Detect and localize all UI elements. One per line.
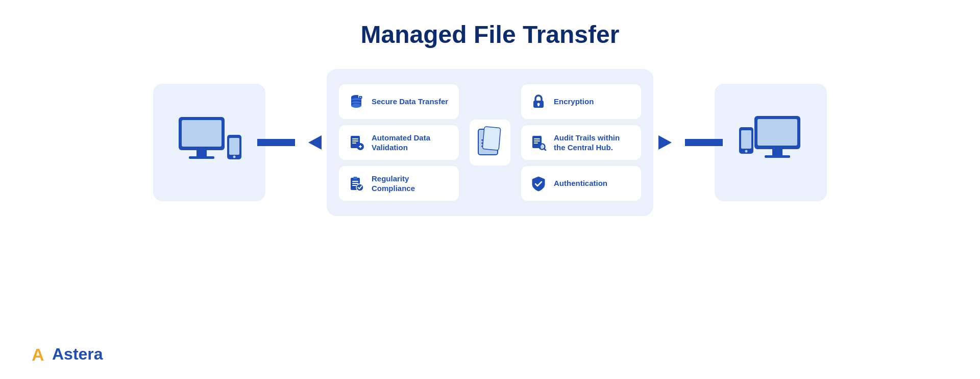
logo-text: Astera	[52, 345, 103, 364]
svg-rect-38	[538, 104, 540, 106]
svg-rect-50	[757, 119, 797, 146]
authentication-icon	[529, 174, 548, 193]
page-wrapper: Managed File Transfer	[0, 0, 980, 379]
svg-rect-39	[532, 136, 542, 148]
regularity-compliance-icon	[347, 174, 365, 193]
svg-point-44	[541, 145, 544, 148]
svg-rect-42	[534, 143, 538, 144]
svg-rect-2	[197, 150, 207, 156]
left-device-icon	[174, 107, 245, 178]
svg-rect-23	[360, 145, 361, 148]
right-device-box	[715, 84, 827, 201]
logo-icon: A	[31, 345, 49, 364]
svg-text:A: A	[32, 345, 44, 364]
svg-point-16	[360, 97, 361, 98]
arrow-left-container	[265, 135, 327, 150]
page-title: Managed File Transfer	[361, 20, 620, 49]
svg-rect-3	[189, 156, 214, 159]
svg-rect-1	[182, 120, 222, 147]
feature-card-audit-trails: Audit Trails within the Central Hub.	[521, 125, 641, 160]
svg-rect-19	[352, 140, 358, 141]
feature-card-automated-data-validation: Automated Data Validation	[339, 125, 459, 160]
center-file-icon	[476, 126, 504, 159]
svg-rect-26	[352, 181, 358, 182]
feature-card-secure-data-transfer: Secure Data Transfer	[339, 84, 459, 119]
svg-rect-35	[482, 127, 501, 151]
svg-rect-5	[229, 138, 239, 155]
svg-rect-41	[534, 140, 540, 141]
logo: A Astera	[31, 345, 103, 364]
right-features-column: Encryption	[521, 84, 641, 201]
svg-line-45	[544, 149, 546, 150]
svg-rect-47	[741, 130, 751, 149]
svg-rect-20	[352, 143, 356, 144]
audit-trails-icon	[529, 133, 548, 152]
feature-card-encryption: Encryption	[521, 84, 641, 119]
arrow-right-icon	[658, 135, 709, 150]
arrow-left-icon	[271, 135, 322, 150]
left-device-box	[153, 84, 265, 201]
svg-rect-51	[772, 149, 782, 155]
regularity-compliance-label: Regularity Compliance	[372, 174, 451, 194]
svg-rect-18	[352, 138, 358, 139]
encryption-label: Encryption	[554, 97, 594, 107]
svg-rect-25	[353, 177, 357, 179]
svg-point-13	[351, 104, 361, 108]
left-features-column: Secure Data Transfer	[339, 84, 459, 201]
secure-data-transfer-icon	[347, 92, 365, 111]
authentication-label: Authentication	[554, 178, 607, 188]
diagram-row: Secure Data Transfer	[0, 69, 980, 216]
svg-rect-40	[534, 138, 540, 139]
secure-data-transfer-label: Secure Data Transfer	[372, 97, 448, 107]
center-file-box	[470, 120, 510, 165]
feature-card-authentication: Authentication	[521, 166, 641, 201]
feature-card-regularity-compliance: Regularity Compliance	[339, 166, 459, 201]
svg-rect-27	[352, 183, 358, 184]
automated-data-validation-icon	[347, 133, 365, 152]
svg-rect-52	[765, 155, 790, 158]
encryption-icon	[529, 92, 548, 111]
svg-point-6	[233, 156, 236, 158]
center-hub-column	[467, 84, 513, 201]
automated-data-validation-label: Automated Data Validation	[372, 133, 451, 153]
svg-rect-28	[352, 185, 356, 186]
central-panel: Secure Data Transfer	[327, 69, 653, 216]
svg-point-48	[745, 150, 748, 153]
arrow-right-container	[653, 135, 715, 150]
right-device-icon	[735, 107, 806, 178]
audit-trails-label: Audit Trails within the Central Hub.	[554, 133, 633, 153]
